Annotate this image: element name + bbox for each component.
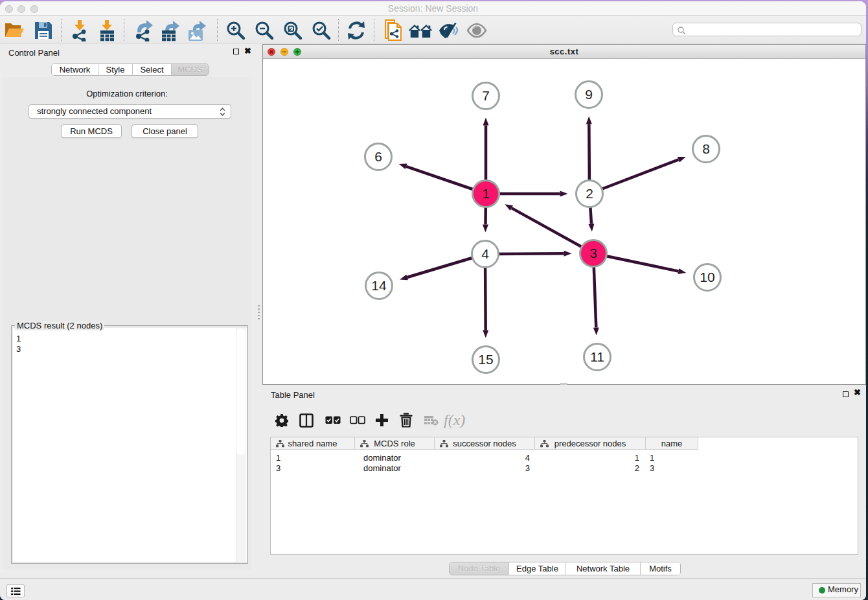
svg-text:6: 6 (374, 149, 382, 164)
svg-text:11: 11 (590, 349, 604, 364)
svg-text:7: 7 (482, 88, 490, 103)
svg-text:9: 9 (585, 87, 593, 102)
svg-text:15: 15 (478, 352, 493, 367)
svg-text:2: 2 (586, 186, 593, 201)
svg-text:14: 14 (371, 278, 387, 293)
svg-text:1: 1 (482, 186, 490, 201)
svg-text:3: 3 (589, 246, 597, 260)
svg-text:8: 8 (702, 141, 710, 156)
svg-text:4: 4 (481, 246, 489, 261)
svg-text:10: 10 (700, 270, 714, 284)
